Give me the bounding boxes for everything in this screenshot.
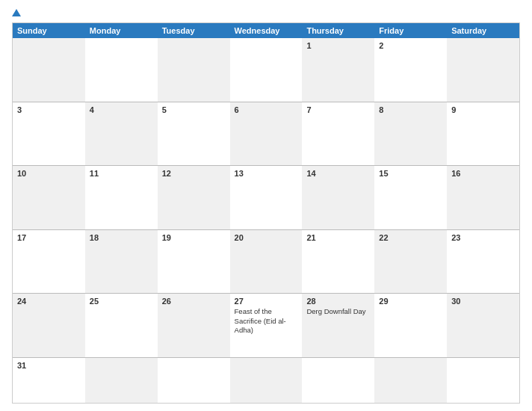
- day-cell: 17: [13, 230, 85, 294]
- weeks-container: 1234567891011121314151617181920212223242…: [13, 38, 519, 403]
- day-number: 30: [451, 297, 515, 306]
- day-cell: 29: [374, 294, 447, 357]
- day-number: 14: [306, 169, 370, 178]
- day-number: 6: [235, 105, 298, 114]
- day-cell: [158, 38, 230, 102]
- day-cell: 25: [85, 294, 158, 357]
- day-header: Thursday: [302, 23, 374, 38]
- logo: [12, 9, 22, 16]
- day-number: 22: [379, 233, 442, 242]
- day-number: 2: [379, 41, 442, 50]
- event-text: Feast of the Sacrifice (Eid al-Adha): [235, 307, 298, 335]
- day-number: 3: [17, 105, 81, 114]
- day-cell: 15: [374, 166, 447, 229]
- day-number: 11: [90, 169, 153, 178]
- day-cell: 19: [158, 230, 230, 294]
- calendar: SundayMondayTuesdayWednesdayThursdayFrid…: [12, 22, 520, 404]
- day-number: 27: [235, 297, 298, 306]
- day-cell: 10: [13, 166, 85, 229]
- header: [12, 9, 520, 16]
- day-number: 9: [451, 105, 515, 114]
- day-number: 12: [162, 169, 226, 178]
- day-cell: 7: [302, 102, 374, 166]
- week-row: 24252627Feast of the Sacrifice (Eid al-A…: [13, 294, 519, 358]
- day-header: Monday: [85, 23, 158, 38]
- week-row: 12: [13, 38, 519, 102]
- day-number: 18: [90, 233, 153, 242]
- day-header: Wednesday: [230, 23, 303, 38]
- day-number: 16: [451, 169, 515, 178]
- day-number: 20: [235, 233, 298, 242]
- day-number: 19: [162, 233, 226, 242]
- day-number: 15: [379, 169, 442, 178]
- day-cell: 21: [302, 230, 374, 294]
- day-cell: [13, 38, 85, 102]
- logo-triangle-icon: [12, 9, 21, 16]
- week-row: 10111213141516: [13, 166, 519, 230]
- day-header: Friday: [374, 23, 447, 38]
- day-cell: 22: [374, 230, 447, 294]
- day-cell: 1: [302, 38, 374, 102]
- day-number: 4: [90, 105, 153, 114]
- day-cell: [230, 38, 303, 102]
- day-cell: 12: [158, 166, 230, 229]
- day-cell: 9: [447, 102, 519, 166]
- day-number: 13: [235, 169, 298, 178]
- day-number: 31: [17, 361, 81, 370]
- day-number: 24: [17, 297, 81, 306]
- day-number: 5: [162, 105, 226, 114]
- day-cell: 16: [447, 166, 519, 229]
- day-cell: [158, 358, 230, 403]
- day-cell: [447, 38, 519, 102]
- day-cell: 23: [447, 230, 519, 294]
- day-cell: 24: [13, 294, 85, 357]
- day-number: 17: [17, 233, 81, 242]
- day-cell: 11: [85, 166, 158, 229]
- day-number: 1: [306, 41, 370, 50]
- day-cell: 13: [230, 166, 303, 229]
- day-number: 26: [162, 297, 226, 306]
- day-cell: 27Feast of the Sacrifice (Eid al-Adha): [230, 294, 303, 357]
- day-cell: 20: [230, 230, 303, 294]
- day-cell: [374, 358, 447, 403]
- day-cell: 8: [374, 102, 447, 166]
- week-row: 3456789: [13, 102, 519, 167]
- day-header: Tuesday: [158, 23, 230, 38]
- day-cell: 5: [158, 102, 230, 166]
- day-cell: 6: [230, 102, 303, 166]
- day-header: Sunday: [13, 23, 85, 38]
- day-cell: 14: [302, 166, 374, 229]
- day-cell: 28Derg Downfall Day: [302, 294, 374, 357]
- week-row: 31: [13, 358, 519, 403]
- day-number: 29: [379, 297, 442, 306]
- day-number: 25: [90, 297, 153, 306]
- day-cell: 4: [85, 102, 158, 166]
- day-number: 7: [306, 105, 370, 114]
- event-text: Derg Downfall Day: [306, 307, 370, 316]
- day-cell: 26: [158, 294, 230, 357]
- day-cell: [230, 358, 303, 403]
- day-cell: 18: [85, 230, 158, 294]
- day-cell: 30: [447, 294, 519, 357]
- day-cell: [302, 358, 374, 403]
- day-cell: [85, 358, 158, 403]
- day-number: 8: [379, 105, 442, 114]
- day-number: 23: [451, 233, 515, 242]
- day-headers: SundayMondayTuesdayWednesdayThursdayFrid…: [13, 23, 519, 38]
- day-cell: [447, 358, 519, 403]
- day-cell: 2: [374, 38, 447, 102]
- day-cell: 3: [13, 102, 85, 166]
- logo-blue-text: [12, 9, 22, 16]
- week-row: 17181920212223: [13, 230, 519, 294]
- day-number: 10: [17, 169, 81, 178]
- day-cell: 31: [13, 358, 85, 403]
- day-header: Saturday: [447, 23, 519, 38]
- day-cell: [85, 38, 158, 102]
- day-number: 28: [306, 297, 370, 306]
- page: SundayMondayTuesdayWednesdayThursdayFrid…: [0, 0, 532, 411]
- day-number: 21: [306, 233, 370, 242]
